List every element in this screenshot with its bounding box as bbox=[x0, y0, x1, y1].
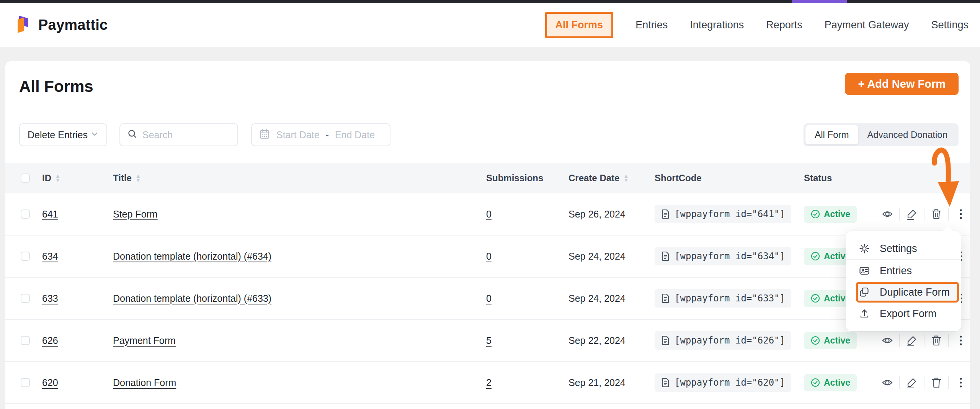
nav-tab-payment-gateway[interactable]: Payment Gateway bbox=[825, 19, 909, 31]
delete-trash-icon[interactable] bbox=[929, 376, 943, 389]
table-body: 641 Step Form 0 Sep 26, 2024 [wppayform … bbox=[5, 193, 970, 404]
search-input[interactable] bbox=[142, 129, 223, 141]
bulk-action-label: Delete Entries bbox=[28, 129, 88, 141]
document-icon bbox=[661, 335, 670, 345]
form-title-link[interactable]: Payment Form bbox=[113, 335, 176, 346]
delete-trash-icon[interactable] bbox=[929, 207, 943, 221]
row-checkbox[interactable] bbox=[21, 294, 30, 303]
submissions-link[interactable]: 2 bbox=[486, 377, 492, 388]
form-title-link[interactable]: Donation template (horizontal) (#633) bbox=[113, 293, 271, 304]
create-date: Sep 26, 2024 bbox=[568, 209, 626, 219]
delete-trash-icon[interactable] bbox=[929, 334, 943, 347]
edit-pencil-icon[interactable] bbox=[905, 207, 919, 221]
form-title-link[interactable]: Donation template (horizontal) (#634) bbox=[113, 251, 271, 262]
form-id-link[interactable]: 633 bbox=[42, 293, 58, 304]
paymattic-logo-icon bbox=[14, 13, 32, 36]
column-header-title[interactable]: Title▲▼ bbox=[113, 173, 486, 183]
row-checkbox[interactable] bbox=[21, 378, 30, 387]
all-forms-card: All Forms + Add New Form Delete Entries … bbox=[5, 61, 970, 409]
check-circle-icon bbox=[810, 209, 820, 219]
nav-tab-integrations[interactable]: Integrations bbox=[690, 19, 744, 31]
menu-item-entries[interactable]: Entries bbox=[846, 260, 961, 281]
form-id-link[interactable]: 634 bbox=[42, 251, 58, 262]
submissions-link[interactable]: 5 bbox=[486, 335, 492, 346]
gear-icon bbox=[858, 243, 871, 254]
menu-item-export-form[interactable]: Export Form bbox=[846, 303, 961, 324]
table-header: ID▲▼ Title▲▼ Submissions Create Date▲▼ S… bbox=[5, 163, 970, 193]
row-checkbox[interactable] bbox=[21, 252, 30, 261]
select-all-checkbox[interactable] bbox=[21, 173, 30, 183]
nav-tab-entries[interactable]: Entries bbox=[635, 19, 668, 31]
row-menu-dots-icon[interactable] bbox=[954, 207, 968, 221]
screen: Paymattic All Forms Entries Integrations… bbox=[0, 0, 980, 409]
duplicate-copy-icon bbox=[858, 286, 871, 298]
row-context-menu: Settings Entries Duplicate Form bbox=[846, 231, 961, 331]
form-title-link[interactable]: Donation Form bbox=[113, 377, 176, 388]
form-id-link[interactable]: 626 bbox=[42, 335, 58, 346]
preview-eye-icon[interactable] bbox=[880, 334, 894, 347]
check-circle-icon bbox=[810, 335, 820, 345]
add-new-form-button[interactable]: + Add New Form bbox=[845, 73, 959, 95]
sort-icon[interactable]: ▲▼ bbox=[55, 174, 60, 182]
submissions-link[interactable]: 0 bbox=[486, 209, 492, 219]
shortcode-chip[interactable]: [wppayform id="634"] bbox=[655, 247, 791, 265]
sort-icon[interactable]: ▲▼ bbox=[623, 174, 629, 182]
column-header-shortcode: ShortCode bbox=[655, 173, 804, 183]
menu-item-settings[interactable]: Settings bbox=[846, 238, 961, 259]
nav-tab-all-forms[interactable]: All Forms bbox=[555, 19, 603, 31]
table-row: 641 Step Form 0 Sep 26, 2024 [wppayform … bbox=[5, 193, 970, 236]
preview-eye-icon[interactable] bbox=[880, 207, 894, 221]
row-checkbox[interactable] bbox=[21, 209, 30, 219]
toggle-advanced-donation[interactable]: Advanced Donation bbox=[858, 125, 957, 144]
shortcode-chip[interactable]: [wppayform id="633"] bbox=[655, 289, 791, 308]
shortcode-chip[interactable]: [wppayform id="620"] bbox=[655, 373, 791, 392]
search-box bbox=[119, 123, 238, 146]
browser-top-strip bbox=[0, 0, 980, 3]
nav-tab-reports[interactable]: Reports bbox=[766, 19, 802, 31]
create-date: Sep 21, 2024 bbox=[568, 377, 626, 388]
form-title-link[interactable]: Step Form bbox=[113, 209, 158, 219]
column-header-submissions: Submissions bbox=[486, 173, 568, 183]
edit-pencil-icon[interactable] bbox=[905, 334, 919, 347]
table-row: 634 Donation template (horizontal) (#634… bbox=[5, 236, 970, 278]
annotation-box-all-forms: All Forms bbox=[545, 12, 614, 38]
bulk-action-select[interactable]: Delete Entries bbox=[19, 123, 107, 146]
nav-tab-settings[interactable]: Settings bbox=[931, 19, 969, 31]
status-badge: Active bbox=[804, 374, 857, 391]
calendar-icon bbox=[259, 128, 270, 141]
document-icon bbox=[661, 209, 670, 219]
form-id-link[interactable]: 620 bbox=[42, 377, 58, 388]
row-menu-dots-icon[interactable] bbox=[954, 334, 968, 347]
date-range-picker[interactable]: Start Date - End Date bbox=[251, 123, 390, 146]
search-icon bbox=[127, 129, 138, 141]
table-row: 633 Donation template (horizontal) (#633… bbox=[5, 278, 970, 320]
document-icon bbox=[661, 251, 670, 261]
edit-pencil-icon[interactable] bbox=[905, 376, 919, 389]
create-date: Sep 24, 2024 bbox=[568, 251, 626, 262]
row-checkbox[interactable] bbox=[21, 336, 30, 345]
toggle-all-form[interactable]: All Form bbox=[805, 125, 858, 144]
row-actions bbox=[880, 207, 968, 221]
export-upload-icon bbox=[858, 308, 871, 319]
shortcode-chip[interactable]: [wppayform id="626"] bbox=[655, 331, 791, 350]
column-header-create-date[interactable]: Create Date▲▼ bbox=[568, 173, 655, 183]
column-header-id[interactable]: ID▲▼ bbox=[42, 173, 113, 183]
entries-card-icon bbox=[858, 265, 871, 276]
app-header: Paymattic All Forms Entries Integrations… bbox=[0, 3, 980, 47]
document-icon bbox=[661, 378, 670, 388]
start-date-placeholder: Start Date bbox=[276, 129, 320, 141]
column-header-status: Status bbox=[804, 173, 880, 183]
page-title: All Forms bbox=[19, 77, 93, 96]
row-menu-dots-icon[interactable] bbox=[954, 376, 968, 389]
document-icon bbox=[661, 293, 670, 303]
form-id-link[interactable]: 641 bbox=[42, 209, 58, 219]
preview-eye-icon[interactable] bbox=[880, 376, 894, 389]
create-date: Sep 24, 2024 bbox=[568, 293, 626, 304]
shortcode-chip[interactable]: [wppayform id="641"] bbox=[655, 205, 791, 223]
sort-icon[interactable]: ▲▼ bbox=[136, 174, 141, 182]
end-date-placeholder: End Date bbox=[335, 129, 375, 141]
menu-item-duplicate-form[interactable]: Duplicate Form bbox=[846, 281, 961, 303]
date-separator: - bbox=[326, 129, 329, 141]
submissions-link[interactable]: 0 bbox=[486, 293, 492, 304]
submissions-link[interactable]: 0 bbox=[486, 251, 492, 262]
